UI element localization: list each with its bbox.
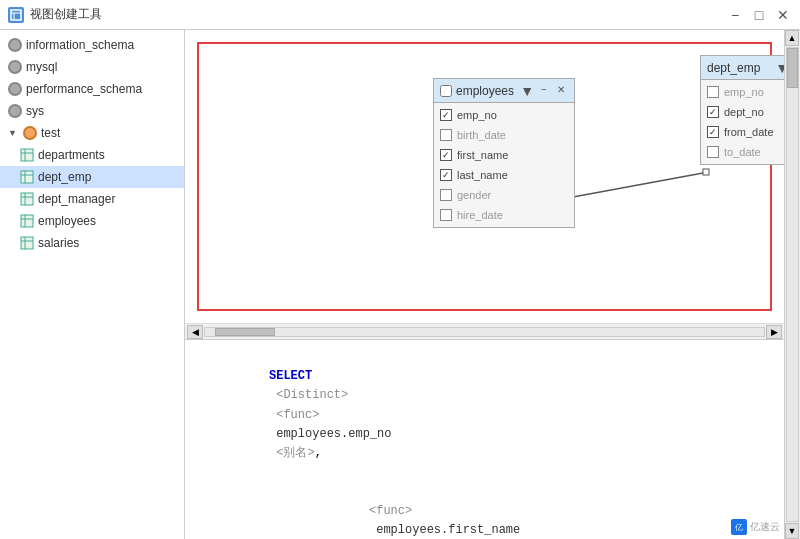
watermark: 亿 亿速云 bbox=[731, 519, 780, 535]
field-from-date[interactable]: from_date bbox=[701, 122, 784, 142]
field-2: employees.first_name bbox=[369, 523, 520, 537]
employees-dropdown-icon[interactable]: ▼ bbox=[520, 83, 534, 99]
maximize-button[interactable]: □ bbox=[750, 6, 768, 24]
first-name-checkbox[interactable] bbox=[440, 149, 452, 161]
employees-close-btn[interactable]: ✕ bbox=[554, 83, 568, 97]
field-to-date[interactable]: to_date bbox=[701, 142, 784, 162]
svg-line-18 bbox=[573, 173, 703, 197]
from-date-checkbox[interactable] bbox=[707, 126, 719, 138]
field-gender[interactable]: gender bbox=[434, 185, 574, 205]
titlebar: 视图创建工具 − □ ✕ bbox=[0, 0, 800, 30]
employees-select-all-checkbox[interactable] bbox=[440, 85, 452, 97]
svg-rect-15 bbox=[21, 237, 33, 249]
field-emp-no[interactable]: emp_no bbox=[434, 105, 574, 125]
employees-table-title: employees bbox=[440, 84, 514, 98]
alias-1[interactable]: <别名> bbox=[269, 446, 315, 460]
dept-emp-table-card: dept_emp ▼ − ✕ emp_no bbox=[700, 55, 784, 165]
right-panel: employees ▼ − ✕ emp_no bbox=[185, 30, 784, 539]
window-controls: − □ ✕ bbox=[726, 6, 792, 24]
employees-minimize-btn[interactable]: − bbox=[537, 83, 551, 97]
employees-title-text: employees bbox=[456, 84, 514, 98]
hire-date-checkbox[interactable] bbox=[440, 209, 452, 221]
hire-date-label: hire_date bbox=[457, 209, 503, 221]
close-button[interactable]: ✕ bbox=[774, 6, 792, 24]
sidebar-item-dept-emp[interactable]: dept_emp bbox=[0, 166, 184, 188]
scroll-track[interactable] bbox=[204, 327, 765, 337]
sidebar-item-salaries[interactable]: salaries bbox=[0, 232, 184, 254]
db-icon bbox=[8, 82, 22, 96]
watermark-text: 亿速云 bbox=[750, 520, 780, 534]
first-name-label: first_name bbox=[457, 149, 508, 161]
sidebar-item-label: information_schema bbox=[26, 38, 134, 52]
employees-card-controls: ▼ − ✕ bbox=[520, 83, 568, 99]
sidebar-item-information-schema[interactable]: information_schema bbox=[0, 34, 184, 56]
last-name-checkbox[interactable] bbox=[440, 169, 452, 181]
minimize-button[interactable]: − bbox=[726, 6, 744, 24]
scroll-thumb[interactable] bbox=[215, 328, 275, 336]
v-scroll-thumb[interactable] bbox=[787, 48, 798, 88]
canvas-inner: employees ▼ − ✕ emp_no bbox=[185, 30, 784, 323]
scroll-up-btn[interactable]: ▲ bbox=[785, 30, 799, 46]
table-icon bbox=[20, 214, 34, 228]
sidebar-item-employees[interactable]: employees bbox=[0, 210, 184, 232]
field-hire-date[interactable]: hire_date bbox=[434, 205, 574, 225]
expand-arrow-icon: ▼ bbox=[8, 128, 17, 138]
watermark-logo: 亿 bbox=[731, 519, 747, 535]
main-container: information_schema mysql performance_sch… bbox=[0, 30, 800, 539]
dept-emp-table-header[interactable]: dept_emp ▼ − ✕ bbox=[701, 56, 784, 80]
scroll-down-btn[interactable]: ▼ bbox=[785, 523, 799, 539]
dept-emp-table-title: dept_emp bbox=[707, 61, 760, 75]
db-icon bbox=[23, 126, 37, 140]
sidebar-item-sys[interactable]: sys bbox=[0, 100, 184, 122]
func-placeholder[interactable]: <func> bbox=[269, 408, 319, 422]
table-icon bbox=[20, 236, 34, 250]
table-icon bbox=[20, 170, 34, 184]
field-dept-no[interactable]: dept_no bbox=[701, 102, 784, 122]
scroll-right-btn[interactable]: ▶ bbox=[766, 325, 782, 339]
to-date-checkbox[interactable] bbox=[707, 146, 719, 158]
db-icon bbox=[8, 60, 22, 74]
sidebar-item-label: performance_schema bbox=[26, 82, 142, 96]
field-first-name[interactable]: first_name bbox=[434, 145, 574, 165]
sidebar-item-dept-manager[interactable]: dept_manager bbox=[0, 188, 184, 210]
canvas-area[interactable]: employees ▼ − ✕ emp_no bbox=[185, 30, 784, 323]
employees-table-card: employees ▼ − ✕ emp_no bbox=[433, 78, 575, 228]
distinct-placeholder[interactable]: <Distinct> bbox=[269, 388, 348, 402]
gender-checkbox[interactable] bbox=[440, 189, 452, 201]
sidebar-item-label: departments bbox=[38, 148, 105, 162]
func-2[interactable]: <func> bbox=[369, 504, 412, 518]
dept-emp-emp-no-checkbox[interactable] bbox=[707, 86, 719, 98]
sidebar-item-label: sys bbox=[26, 104, 44, 118]
sidebar-item-departments[interactable]: departments bbox=[0, 144, 184, 166]
field-last-name[interactable]: last_name bbox=[434, 165, 574, 185]
dept-no-checkbox[interactable] bbox=[707, 106, 719, 118]
db-icon bbox=[8, 38, 22, 52]
last-name-label: last_name bbox=[457, 169, 508, 181]
dept-emp-title-text: dept_emp bbox=[707, 61, 760, 75]
horizontal-scrollbar[interactable]: ◀ ▶ bbox=[185, 323, 784, 339]
field-1: employees.emp_no bbox=[269, 427, 391, 441]
employees-table-header[interactable]: employees ▼ − ✕ bbox=[434, 79, 574, 103]
birth-date-label: birth_date bbox=[457, 129, 506, 141]
sidebar-item-label: test bbox=[41, 126, 60, 140]
sql-scroll-area[interactable]: SELECT <Distinct> <func> employees.emp_n… bbox=[185, 340, 784, 539]
field-dept-emp-emp-no[interactable]: emp_no bbox=[701, 82, 784, 102]
emp-no-label: emp_no bbox=[457, 109, 497, 121]
scroll-left-btn[interactable]: ◀ bbox=[187, 325, 203, 339]
vertical-scrollbar[interactable]: ▲ ▼ bbox=[784, 30, 800, 539]
sidebar-item-mysql[interactable]: mysql bbox=[0, 56, 184, 78]
v-scroll-track[interactable] bbox=[786, 47, 799, 522]
app-icon bbox=[8, 7, 24, 23]
select-keyword: SELECT bbox=[269, 369, 312, 383]
emp-no-checkbox[interactable] bbox=[440, 109, 452, 121]
field-birth-date[interactable]: birth_date bbox=[434, 125, 574, 145]
sidebar-item-label: mysql bbox=[26, 60, 57, 74]
birth-date-checkbox[interactable] bbox=[440, 129, 452, 141]
sql-select-line: SELECT <Distinct> <func> employees.emp_n… bbox=[197, 348, 772, 482]
svg-rect-20 bbox=[703, 169, 709, 175]
dept-emp-table-body: emp_no dept_no from_date to_date bbox=[701, 80, 784, 164]
sidebar-item-test[interactable]: ▼ test bbox=[0, 122, 184, 144]
sidebar-item-label: salaries bbox=[38, 236, 79, 250]
sidebar-item-performance-schema[interactable]: performance_schema bbox=[0, 78, 184, 100]
dept-emp-dropdown-icon[interactable]: ▼ bbox=[775, 60, 784, 76]
